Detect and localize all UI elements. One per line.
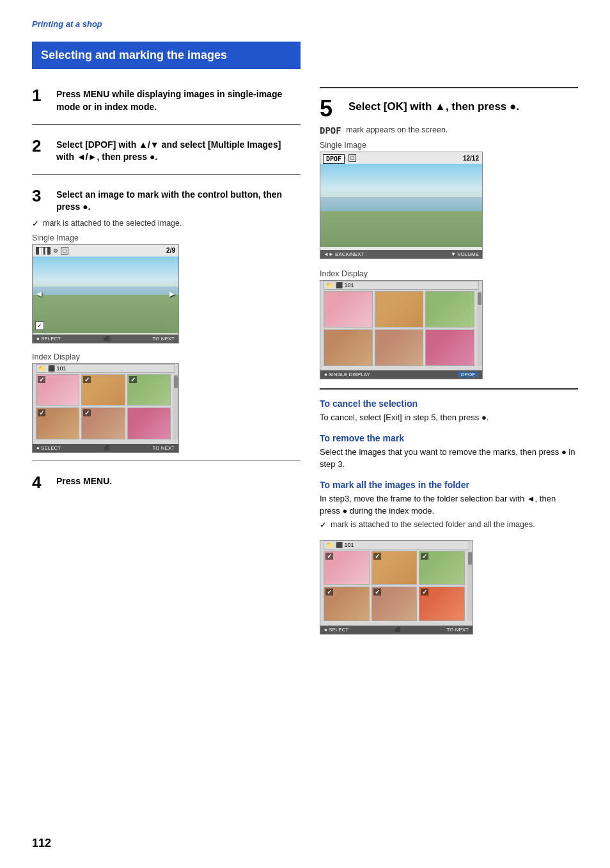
camera-screen-index-5: 📁 ⬛ 101 [320,280,483,379]
bot-check-1: ✓ [325,553,333,560]
divider-right-top [320,87,578,88]
bot-cell-1: ✓ [324,551,370,585]
step-5-subnote: DPOF mark appears on the screen. [320,125,578,136]
folder-label-5: ⬛ 101 [336,282,354,288]
cam-counter-3s: 2/9 [166,247,175,254]
bot-cell-4: ✓ [324,587,370,621]
subsection-cancel-title: To cancel the selection [320,398,578,409]
subsection-remove-text: Select the images that you want to remov… [320,446,578,471]
divider-right-mid [320,388,578,390]
step-1: 1 Press MENU while displaying images in … [32,82,301,116]
step-2-number: 2 [32,138,56,154]
index-cell-2: ✓ [81,374,125,406]
index-cell-6 [127,407,171,439]
step-2: 2 Select [DPOF] with ▲/▼ and select [Mul… [32,132,301,166]
arrow-right: ► [168,288,176,299]
scroll-bar-bot [467,551,473,621]
divider-3 [32,461,301,461]
subsection-remove-title: To remove the mark [320,433,578,443]
step-1-number: 1 [32,87,56,104]
idx5-cell-3 [425,291,474,327]
index-display-label-5: Index Display [320,269,578,278]
index-grid-bottom: ✓ ✓ ✓ ✓ ✓ [324,551,465,621]
cam-bottom-5i: ● SINGLE DISPLAY DPOF [320,370,482,379]
index-cell-4: ✓ [36,407,79,439]
idx5-cell-4 [324,329,373,366]
bot-cell-6: ✓ [419,587,465,621]
folder-bar-3i: 📁 ⬛ 101 [36,364,175,373]
arrow-left: ◄ [35,288,43,299]
idx5-cell-6 [425,329,474,366]
check-1: ✓ [38,376,45,383]
check-4: ✓ [38,409,45,416]
step-1-text: Press MENU while displaying images in si… [56,88,301,113]
bot-check-6: ✓ [421,588,428,596]
index-display-label-3: Index Display [32,352,301,361]
page-breadcrumb: Printing at a shop [32,19,578,29]
check-5: ✓ [83,409,91,416]
step-5: 5 Select [OK] with ▲, then press ●. [320,93,578,123]
subsection-cancel-text: To cancel, select [Exit] in step 5, then… [320,411,578,424]
subsection-markall-subnote: ✓ mark is attached to the selected folde… [320,520,578,530]
index-cell-3: ✓ [127,374,171,406]
single-image-label-5: Single Image [320,141,578,150]
camera-screen-index-3: 📁 ⬛ 101 ✓ ✓ ✓ [32,363,179,453]
index-grid-5 [324,291,474,366]
bot-cell-2: ✓ [371,551,418,585]
cam-bottom-3i: ● SELECT ⬛ TO NEXT [33,444,178,452]
cam-bottom-bot: ● SELECT ⬛ TO NEXT [320,626,473,634]
folder-bar-b: 📁 ⬛ 101 [324,541,469,549]
index-grid-3: ✓ ✓ ✓ ✓ ✓ [36,374,171,439]
checkmark-markall: ✓ [320,520,327,530]
dpof-text-label: DPOF [320,125,341,136]
subsection-markall-text: In step3, move the frame to the folder s… [320,493,578,517]
cam-icons-left: ▐▌▌ ⚙ □ [36,247,68,255]
idx5-cell-2 [375,291,424,327]
section-title: Selecting and marking the images [32,42,301,69]
subsection-markall-title: To mark all the images in the folder [320,480,578,490]
camera-screen-single-3: ▐▌▌ ⚙ □ 2/9 ✓ ◄ ► ● SELECT ⬛ TO NEXT [32,244,179,343]
step-5-number: 5 [320,97,348,120]
step-4: 4 Press MENU. [32,469,301,493]
scroll-thumb [174,375,178,388]
camera-screen-bottom: 📁 ⬛ 101 ✓ ✓ ✓ [320,540,473,635]
index-cell-5: ✓ [81,407,125,439]
step-3-number: 3 [32,187,56,204]
folder-bar-5i: 📁 ⬛ 101 [324,281,479,290]
bot-check-5: ✓ [373,588,381,596]
folder-label-b: ⬛ 101 [336,542,354,548]
index-cell-1: ✓ [36,374,79,406]
bot-cell-5: ✓ [371,587,418,621]
cam-topbar-3s: ▐▌▌ ⚙ □ 2/9 [33,245,178,256]
check-2: ✓ [83,376,91,383]
scroll-bar-5 [477,291,482,366]
step-4-text: Press MENU. [56,475,112,488]
step-4-number: 4 [32,474,56,491]
check-box: ✓ [35,321,44,330]
cam-bottom-5s: ◄► BACK/NEXT ▼ VOLUME [320,250,482,258]
step-2-text: Select [DPOF] with ▲/▼ and select [Multi… [56,139,301,164]
page-number: 112 [32,837,51,850]
folder-icon-5: 📁 [326,282,333,288]
divider-1 [32,124,301,125]
check-3: ✓ [129,376,137,383]
cam-bottom-3s: ● SELECT ⬛ TO NEXT [33,335,178,343]
checkmark-icon: ✓ [32,219,39,228]
dpof-badge: DPOF [323,154,345,164]
folder-icon-b: 📁 [326,542,333,548]
cam-counter-5s: 12/12 [463,155,479,162]
folder-label: ⬛ 101 [48,365,66,372]
idx5-cell-5 [375,329,424,366]
folder-icon: 📁 [38,365,45,372]
bot-check-3: ✓ [421,553,428,560]
step-3-text: Select an image to mark with the control… [56,189,301,214]
idx5-cell-1 [324,291,373,327]
camera-screen-single-5: ▐▌▌ ⚙ □ 12/12 DPOF ◄► BACK/NEXT ▼ VOLUME [320,152,483,259]
step-3: 3 Select an image to mark with the contr… [32,182,301,216]
scroll-bar-3 [173,374,178,439]
single-image-label-3: Single Image [32,233,301,242]
bot-cell-3: ✓ [419,551,465,585]
step-5-text: Select [OK] with ▲, then press ●. [348,100,519,114]
bot-check-2: ✓ [373,553,381,560]
divider-2 [32,174,301,175]
